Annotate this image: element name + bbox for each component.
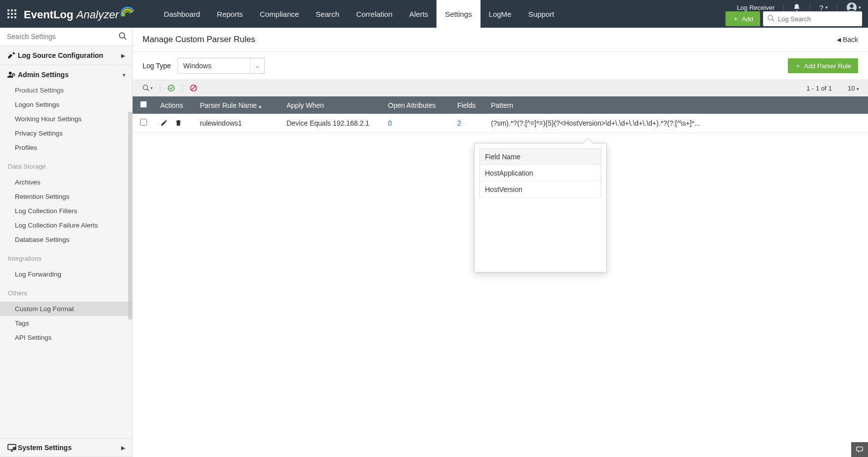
sidebar-item[interactable]: Tags [0,316,132,330]
back-label: Back [843,36,858,44]
table-row: rulewindows1Device Equals 192.168.2.102(… [133,114,868,133]
edit-icon[interactable] [160,119,168,127]
delete-icon[interactable] [175,119,182,127]
sidebar-head-admin[interactable]: Admin Settings ▾ [0,65,132,84]
search-settings-input[interactable] [0,28,132,46]
nav-item-support[interactable]: Support [520,0,563,28]
nav-item-alerts[interactable]: Alerts [401,0,436,28]
col-open-attributes[interactable]: Open Attributes [382,96,451,114]
nav-item-correlation[interactable]: Correlation [348,0,401,28]
cell-apply-when: Device Equals 192.168.2.1 [281,114,382,133]
table-search-icon[interactable]: ▾ [142,84,153,92]
col-fields[interactable]: Fields [451,96,485,114]
search-icon [767,14,775,22]
sidebar-head-system[interactable]: System Settings ▶ [0,439,132,457]
fields-link[interactable]: 2 [457,119,461,127]
sidebar-label: Log Source Configuration [18,51,103,59]
plus-icon: ＋ [732,14,739,23]
nav-item-dashboard[interactable]: Dashboard [155,0,208,28]
fields-popover-table: Field Name HostApplicationHostVersion [480,148,601,198]
svg-rect-3 [7,13,9,15]
brand-swirl-icon [121,6,136,18]
add-label: Add [742,15,753,23]
filter-row: Log Type Windows ⌄ ＋ Add Parser Rule [133,52,868,80]
log-search-box [763,11,862,26]
sidebar-item[interactable]: Log Forwarding [0,267,132,281]
chevron-right-icon: ▶ [121,53,125,58]
sidebar-label: System Settings [18,444,72,452]
svg-rect-5 [14,13,16,15]
page-size-select[interactable]: 10 ▾ [848,85,859,92]
brand-text-a: EventLog [24,8,73,21]
apps-launcher-icon[interactable] [4,6,20,22]
select-all-header [133,96,154,114]
divider [160,84,160,92]
sidebar-section-system: System Settings ▶ [0,438,132,457]
sidebar-head-log-source[interactable]: Log Source Configuration ▶ [0,46,132,65]
open-attributes-link[interactable]: 0 [388,119,392,127]
svg-line-20 [147,89,149,91]
brand-text-b: Analyzer [76,8,119,21]
svg-rect-0 [7,9,9,11]
sidebar-item[interactable]: Retention Settings [0,189,132,204]
select-all-checkbox[interactable] [140,101,147,108]
settings-sidebar: Log Source Configuration ▶ Admin Setting… [0,28,133,457]
col-name[interactable]: Parser Rule Name▴ [194,96,281,114]
sidebar-item[interactable]: Working Hour Settings [0,112,132,126]
divider [182,84,183,92]
search-icon[interactable] [118,32,127,41]
global-add-button[interactable]: ＋ Add [725,11,760,26]
page-title: Manage Custom Parser Rules [143,35,255,45]
svg-point-10 [850,4,853,8]
col-actions[interactable]: Actions [154,96,194,114]
sidebar-item[interactable]: Log Collection Failure Alerts [0,218,132,232]
sidebar-scroll[interactable]: Admin Settings ▾ Product SettingsLogon S… [0,65,132,438]
sidebar-item[interactable]: API Settings [0,330,132,345]
sidebar-section-admin: Admin Settings ▾ Product SettingsLogon S… [0,65,132,350]
feedback-icon[interactable] [851,442,868,457]
nav-item-settings[interactable]: Settings [436,0,480,28]
sidebar-item[interactable]: Database Settings [0,232,132,247]
sidebar-group-label: Others [0,286,132,300]
log-receiver-link[interactable]: Log Receiver [737,4,775,11]
sidebar-item[interactable]: Profiles [0,140,132,155]
sidebar-group-label: Integrations [0,252,132,265]
cell-name: rulewindows1 [194,114,281,133]
sidebar-item[interactable]: Log Collection Filters [0,204,132,218]
nav-item-logme[interactable]: LogMe [481,0,520,28]
disable-icon[interactable] [190,84,197,92]
sidebar-item[interactable]: Archives [0,175,132,189]
svg-point-19 [143,85,147,90]
nav-item-compliance[interactable]: Compliance [251,0,307,28]
svg-rect-1 [11,9,13,11]
search-settings-box [0,28,132,46]
enable-icon[interactable] [167,84,175,92]
scrollbar[interactable] [128,112,132,320]
col-pattern[interactable]: Pattern [485,96,868,114]
add-parser-rule-button[interactable]: ＋ Add Parser Rule [788,58,858,73]
brand-logo: EventLog Analyzer [24,6,136,21]
sidebar-label: Admin Settings [18,71,69,79]
sidebar-item[interactable]: Custom Log Format [0,302,132,316]
sidebar-item[interactable]: Logon Settings [0,97,132,112]
divider [837,3,837,12]
sidebar-item[interactable]: Privacy Settings [0,126,132,140]
nav-item-search[interactable]: Search [307,0,348,28]
main-content: Manage Custom Parser Rules ◀ Back Log Ty… [133,28,868,457]
bell-icon[interactable] [793,3,801,11]
row-checkbox[interactable] [140,119,147,126]
col-apply-when[interactable]: Apply When [281,96,382,114]
back-link[interactable]: ◀ Back [837,36,858,44]
pagination-info: 1 - 1 of 1 [807,85,832,92]
svg-point-13 [119,33,125,38]
sidebar-item[interactable]: Product Settings [0,83,132,97]
log-search-input[interactable] [763,11,862,26]
chevron-down-icon: ▾ [123,72,125,78]
fields-popover: Field Name HostApplicationHostVersion [474,143,607,273]
nav-item-reports[interactable]: Reports [208,0,251,28]
popover-header: Field Name [480,149,601,165]
svg-point-11 [768,15,772,20]
svg-rect-4 [11,13,13,15]
help-icon[interactable]: ? ▾ [819,3,828,12]
log-type-select[interactable]: Windows ⌄ [178,58,265,74]
